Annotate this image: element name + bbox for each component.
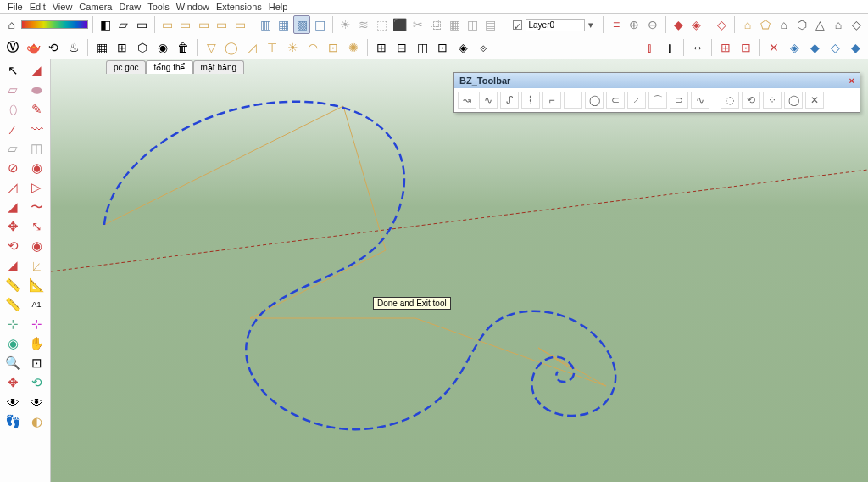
a1-icon[interactable]: ⫿ [640,38,659,57]
bz-btn-16[interactable]: ◯ [784,92,803,109]
sec2-icon[interactable]: ◫ [465,15,481,34]
bz-btn-5[interactable]: ⌐ [542,92,561,109]
layer-visible-checkbox[interactable]: ✓ [513,20,522,30]
previous-icon[interactable]: ⟲ [25,373,47,392]
teapot-icon[interactable]: 🫖 [24,38,42,57]
box1-icon[interactable]: ▭ [159,15,175,34]
house4-icon[interactable]: ⬡ [794,15,810,34]
house5-icon[interactable]: △ [812,15,828,34]
x2-icon[interactable]: ◈ [785,38,804,57]
menu-window[interactable]: Window [174,2,212,12]
arc-icon[interactable]: ◿ [2,178,24,197]
m3-icon[interactable]: ◫ [413,38,431,57]
dimension-icon[interactable]: 📏 [2,295,24,314]
pushpull-icon[interactable]: ⤡ [25,217,47,236]
x4-icon[interactable]: ◇ [826,38,844,57]
menu-extensions[interactable]: Extensions [214,2,264,12]
offset-icon[interactable]: ⟀ [25,256,47,275]
protractor-icon[interactable]: 📐 [25,276,47,294]
layer-dropdown-icon[interactable]: ▾ [588,20,593,31]
zoom-window-icon[interactable]: ⊡ [25,354,47,372]
vray-icon[interactable]: Ⓥ [3,38,22,57]
tape-icon[interactable]: 📏 [2,276,24,294]
hex-icon[interactable]: ⬡ [133,38,152,57]
box4-icon[interactable]: ▭ [214,15,230,34]
pan-icon[interactable]: ✋ [25,334,47,353]
polygon-icon[interactable]: ◉ [25,159,47,177]
menu-tools[interactable]: Tools [145,2,172,12]
mono-icon[interactable]: ◫ [312,15,328,34]
rect-icon[interactable]: ▱ [2,81,24,99]
zoom-extents-icon[interactable]: ✥ [2,373,24,392]
wireframe-icon[interactable]: ▱ [115,15,131,34]
a5-icon[interactable]: ⊡ [737,38,755,57]
zoom-icon[interactable]: 🔍 [2,354,24,372]
circle2-icon[interactable]: ⊘ [2,159,24,177]
menu-view[interactable]: View [50,2,75,12]
followme-icon[interactable]: ◉ [25,237,47,255]
house7-icon[interactable]: ◇ [849,15,865,34]
bz-btn-13[interactable]: ◌ [721,92,739,109]
model-info-icon[interactable]: ⌂ [3,15,19,34]
erase-icon[interactable]: ◧ [97,15,114,34]
scene-tab-2[interactable]: tổng thể [146,60,192,74]
bz-btn-8[interactable]: ⊂ [606,92,625,109]
bz-btn-15[interactable]: ⁘ [763,92,782,109]
bz-btn-7[interactable]: ◯ [585,92,604,109]
bz-btn-1[interactable]: ↝ [458,92,476,109]
style-gradient[interactable] [21,20,88,29]
curve-icon[interactable]: 〜 [25,198,47,216]
look2-icon[interactable]: 👁 [25,393,47,411]
3dtext-icon[interactable]: ⊹ [25,315,47,333]
y2-icon[interactable]: ◯ [222,38,241,57]
x5-icon[interactable]: ◆ [846,38,865,57]
pie-icon[interactable]: ◢ [2,198,24,216]
y1-icon[interactable]: ▽ [202,38,220,57]
bz-btn-14[interactable]: ⟲ [742,92,760,109]
texture-icon[interactable]: ▩ [293,15,309,34]
box5-icon[interactable]: ▭ [231,15,248,34]
rotated-rect-icon[interactable]: ◫ [25,139,47,158]
bin-icon[interactable]: 🗑 [174,38,192,57]
x3-icon[interactable]: ◆ [805,38,824,57]
rectangle-icon[interactable]: ▱ [2,139,24,158]
move-icon[interactable]: ✥ [2,217,24,236]
text-icon[interactable]: A1 [25,295,47,314]
shade2-icon[interactable]: ▦ [275,15,292,34]
hidden-line-icon[interactable]: ▭ [134,15,150,34]
scene-tab-1[interactable]: pc goc [106,60,146,74]
bz-btn-11[interactable]: ⊃ [670,92,688,109]
dim1-icon[interactable]: ⊕ [626,15,643,34]
sec1-icon[interactable]: ▦ [446,15,462,34]
heat-icon[interactable]: ♨ [64,38,83,57]
viewport-3d[interactable]: pc goc tổng thể mặt bằng Done and Exit t… [51,59,868,482]
scale-icon[interactable]: ◢ [2,256,24,275]
m6-icon[interactable]: ⟐ [474,38,492,57]
section-icon[interactable]: ◐ [25,412,47,431]
look-icon[interactable]: 👁 [2,393,24,411]
layer-selector[interactable]: ✓ ▾ [508,19,598,31]
cut-icon[interactable]: ✂ [410,15,426,34]
sel1-icon[interactable]: ⬚ [374,15,390,34]
bz-btn-17[interactable]: ✕ [805,92,824,109]
dim2-icon[interactable]: ⊖ [644,15,660,34]
house2-icon[interactable]: ⬠ [758,15,774,34]
house6-icon[interactable]: ⌂ [830,15,846,34]
menu-camera[interactable]: Camera [76,2,114,12]
m1-icon[interactable]: ⊞ [372,38,391,57]
bz-btn-6[interactable]: ◻ [564,92,582,109]
close-icon[interactable]: × [849,76,854,86]
flip-icon[interactable]: ⟲ [44,38,63,57]
menu-help[interactable]: Help [266,2,291,12]
menu-edit[interactable]: Edit [27,2,48,12]
line-icon[interactable]: ∕ [2,120,24,138]
oval-icon[interactable]: ⬬ [25,81,47,99]
layer-name-input[interactable] [526,19,585,31]
circle-icon[interactable]: ⬯ [2,100,24,119]
y6-icon[interactable]: ◠ [303,38,322,57]
fog-icon[interactable]: ≋ [355,15,371,34]
house3-icon[interactable]: ⌂ [776,15,792,34]
a3-icon[interactable]: ↔ [688,38,707,57]
y4-icon[interactable]: ⊤ [263,38,281,57]
menu-file[interactable]: File [5,2,25,12]
